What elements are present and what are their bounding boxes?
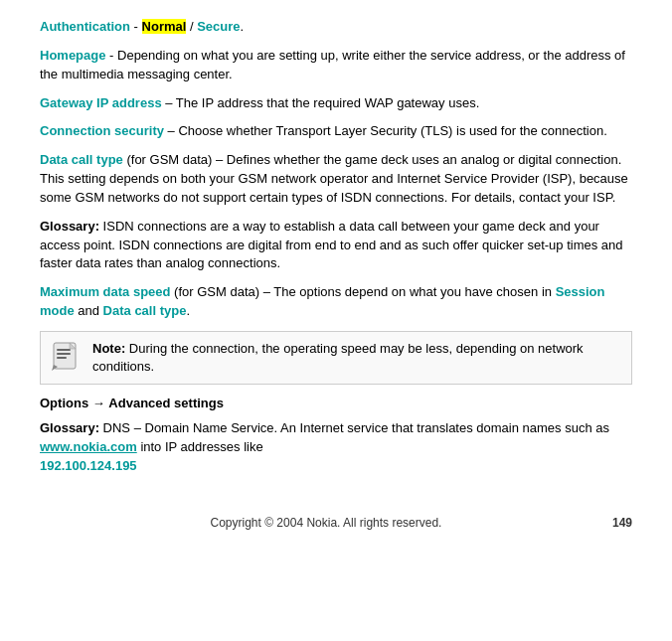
- ip-address: 192.100.124.195: [40, 458, 137, 473]
- para-glossary2: Glossary: DNS – Domain Name Service. An …: [40, 419, 632, 476]
- svg-rect-1: [57, 349, 71, 351]
- term-max-data-speed: Maximum data speed: [40, 284, 171, 299]
- para-homepage: Homepage - Depending on what you are set…: [40, 47, 632, 84]
- note-label: Note:: [92, 341, 125, 356]
- term-secure: Secure: [197, 19, 240, 34]
- page-number: 149: [612, 516, 632, 530]
- svg-rect-3: [57, 357, 67, 359]
- para-connection-security: Connection security – Choose whether Tra…: [40, 122, 632, 141]
- options-text: Options: [40, 396, 88, 410]
- copyright-text: Copyright © 2004 Nokia. All rights reser…: [211, 516, 442, 530]
- term-data-call-type2: Data call type: [103, 303, 187, 318]
- link-nokia[interactable]: www.nokia.com: [40, 439, 137, 454]
- advanced-settings-text: Advanced settings: [108, 396, 224, 410]
- para-options: Options → Advanced settings: [40, 395, 632, 413]
- note-text: Note: During the connection, the operati…: [92, 340, 621, 376]
- term-homepage: Homepage: [40, 48, 105, 63]
- term-authentication: Authentication: [40, 19, 130, 34]
- footer-inner: Copyright © 2004 Nokia. All rights reser…: [40, 516, 632, 530]
- term-data-call-type: Data call type: [40, 152, 123, 167]
- term-gateway-ip: Gateway IP address: [40, 95, 162, 110]
- footer: Copyright © 2004 Nokia. All rights reser…: [40, 516, 632, 530]
- para-authentication: Authentication - Normal / Secure.: [40, 18, 632, 37]
- label-glossary2: Glossary:: [40, 420, 99, 435]
- note-icon: [51, 340, 83, 372]
- para-gateway: Gateway IP address – The IP address that…: [40, 94, 632, 113]
- note-box: Note: During the connection, the operati…: [40, 331, 632, 385]
- para-max-data-speed: Maximum data speed (for GSM data) – The …: [40, 283, 632, 321]
- label-glossary1: Glossary:: [40, 219, 99, 234]
- term-connection-security: Connection security: [40, 123, 164, 138]
- para-data-call-type: Data call type (for GSM data) – Defines …: [40, 151, 632, 208]
- term-normal: Normal: [142, 19, 187, 34]
- para-glossary1: Glossary: ISDN connections are a way to …: [40, 218, 632, 274]
- page-content: Authentication - Normal / Secure. Homepa…: [40, 18, 632, 530]
- svg-rect-2: [57, 353, 71, 355]
